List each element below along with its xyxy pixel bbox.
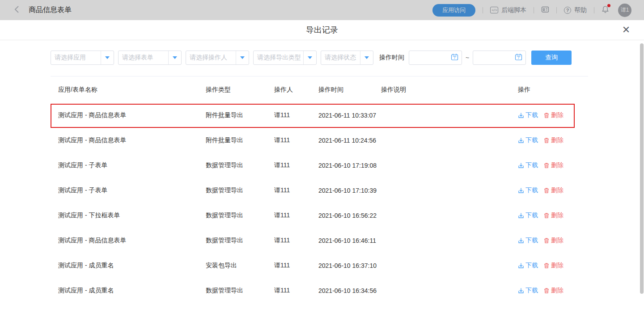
svg-text:7: 7 bbox=[518, 56, 520, 59]
notification-badge bbox=[607, 4, 610, 7]
col-name: 应用/表单名称 bbox=[58, 86, 206, 94]
download-link[interactable]: 下载 bbox=[518, 111, 538, 119]
back-button[interactable] bbox=[12, 5, 21, 15]
delete-link-label: 删除 bbox=[551, 186, 564, 195]
download-icon bbox=[518, 237, 524, 244]
contacts-button[interactable] bbox=[541, 6, 549, 14]
select-app[interactable]: 请选择应用 bbox=[51, 51, 114, 65]
download-link[interactable]: 下载 bbox=[518, 136, 538, 144]
app-access-button[interactable]: 应用访问 bbox=[432, 4, 475, 17]
download-icon bbox=[518, 212, 524, 219]
trash-icon bbox=[543, 262, 550, 269]
download-link-label: 下载 bbox=[525, 186, 538, 195]
date-end-input[interactable]: 7 bbox=[473, 51, 526, 65]
delete-link[interactable]: 删除 bbox=[543, 186, 564, 195]
row-actions: 下载 删除 bbox=[518, 262, 588, 270]
table-row: 测试应用 - 下拉框表单 数据管理导出 谭111 2021-06-10 16:5… bbox=[51, 203, 588, 228]
topbar: 商品信息表单 应用访问 </> 后端脚本 bbox=[0, 0, 644, 20]
close-icon[interactable]: ✕ bbox=[619, 23, 633, 37]
select-form-placeholder: 请选择表单 bbox=[119, 54, 168, 62]
export-records-modal: 导出记录 ✕ 请选择应用 请选择表单 请选择操作人 请选择导出类型 请选择状态 bbox=[0, 20, 644, 313]
cell-name: 测试应用 - 成员重名 bbox=[58, 287, 206, 295]
table-row: 测试应用 - 商品信息表单 数据管理导出 谭111 2021-06-10 16:… bbox=[51, 228, 588, 253]
cell-time: 2021-06-11 10:33:07 bbox=[318, 112, 381, 119]
trash-icon bbox=[543, 137, 550, 144]
delete-link[interactable]: 删除 bbox=[543, 262, 564, 270]
select-operator[interactable]: 请选择操作人 bbox=[186, 51, 249, 65]
download-icon bbox=[518, 137, 524, 144]
divider bbox=[556, 7, 557, 13]
cell-time: 2021-06-10 17:19:08 bbox=[318, 162, 381, 169]
delete-link[interactable]: 删除 bbox=[543, 161, 564, 169]
modal-title: 导出记录 bbox=[306, 25, 338, 35]
cell-time: 2021-06-10 16:34:56 bbox=[318, 287, 381, 294]
download-link[interactable]: 下载 bbox=[518, 237, 538, 245]
backend-script-button[interactable]: </> 后端脚本 bbox=[490, 6, 526, 14]
download-link[interactable]: 下载 bbox=[518, 262, 538, 270]
topbar-actions: 应用访问 </> 后端脚本 bbox=[432, 4, 631, 17]
select-export-type[interactable]: 请选择导出类型 bbox=[253, 51, 317, 65]
avatar[interactable]: 谭1 bbox=[618, 4, 631, 17]
row-actions: 下载 删除 bbox=[518, 237, 588, 245]
chevron-down-icon bbox=[360, 51, 373, 64]
bell-icon bbox=[602, 5, 609, 15]
calendar-icon: 7 bbox=[451, 53, 458, 63]
table-row: 测试应用 - 成员重名 数据管理导出 谭111 2021-06-10 16:34… bbox=[51, 278, 588, 303]
query-button[interactable]: 查询 bbox=[531, 51, 572, 65]
table-row: 测试应用 - 商品信息表单 附件批量导出 谭111 2021-06-11 10:… bbox=[51, 128, 588, 153]
download-link[interactable]: 下载 bbox=[518, 161, 538, 169]
date-start-input[interactable]: 7 bbox=[409, 51, 462, 65]
table-row: 测试应用 - 成员重名 安装包导出 谭111 2021-06-10 16:37:… bbox=[51, 253, 588, 278]
table-body: 测试应用 - 商品信息表单 附件批量导出 谭111 2021-06-11 10:… bbox=[51, 103, 588, 303]
cell-name: 测试应用 - 商品信息表单 bbox=[58, 111, 206, 119]
download-link[interactable]: 下载 bbox=[518, 287, 538, 295]
svg-text:7: 7 bbox=[454, 56, 456, 59]
col-type: 操作类型 bbox=[206, 86, 274, 94]
delete-link-label: 删除 bbox=[551, 211, 564, 220]
download-link-label: 下载 bbox=[525, 136, 538, 144]
time-filter-label: 操作时间 bbox=[379, 54, 404, 62]
export-table: 应用/表单名称 操作类型 操作人 操作时间 操作说明 操作 测试应用 - 商品信… bbox=[51, 76, 588, 303]
cell-type: 附件批量导出 bbox=[206, 136, 274, 144]
vertical-scrollbar[interactable] bbox=[640, 43, 644, 294]
delete-link[interactable]: 删除 bbox=[543, 211, 564, 220]
select-operator-placeholder: 请选择操作人 bbox=[186, 54, 236, 62]
download-link-label: 下载 bbox=[525, 161, 538, 169]
trash-icon bbox=[543, 162, 550, 169]
filter-bar: 请选择应用 请选择表单 请选择操作人 请选择导出类型 请选择状态 操作时间 bbox=[51, 51, 572, 65]
delete-link[interactable]: 删除 bbox=[543, 136, 564, 144]
trash-icon bbox=[543, 187, 550, 194]
help-button[interactable]: ? 帮助 bbox=[564, 6, 587, 14]
download-link[interactable]: 下载 bbox=[518, 186, 538, 195]
row-actions: 下载 删除 bbox=[518, 186, 588, 195]
delete-link[interactable]: 删除 bbox=[543, 111, 564, 119]
cell-time: 2021-06-10 16:46:11 bbox=[318, 237, 381, 244]
table-row: 测试应用 - 子表单 数据管理导出 谭111 2021-06-10 17:19:… bbox=[51, 153, 588, 178]
col-operator: 操作人 bbox=[274, 86, 318, 94]
download-icon bbox=[518, 187, 524, 194]
col-time: 操作时间 bbox=[318, 86, 381, 94]
col-note: 操作说明 bbox=[381, 86, 518, 94]
table-row: 测试应用 - 子表单 数据管理导出 谭111 2021-06-10 17:10:… bbox=[51, 178, 588, 203]
cell-name: 测试应用 - 成员重名 bbox=[58, 262, 206, 270]
download-icon bbox=[518, 262, 524, 269]
cell-type: 数据管理导出 bbox=[206, 237, 274, 245]
backend-script-label: 后端脚本 bbox=[501, 6, 526, 14]
cell-operator: 谭111 bbox=[274, 237, 318, 245]
select-app-placeholder: 请选择应用 bbox=[51, 54, 101, 62]
delete-link[interactable]: 删除 bbox=[543, 287, 564, 295]
select-status[interactable]: 请选择状态 bbox=[321, 51, 373, 65]
select-form[interactable]: 请选择表单 bbox=[118, 51, 182, 65]
download-icon bbox=[518, 112, 524, 118]
divider bbox=[594, 7, 594, 13]
chevron-down-icon bbox=[168, 51, 181, 64]
notifications-button[interactable] bbox=[602, 5, 609, 15]
cell-time: 2021-06-10 17:10:39 bbox=[318, 187, 381, 194]
download-link[interactable]: 下载 bbox=[518, 211, 538, 220]
cell-operator: 谭111 bbox=[274, 111, 318, 119]
divider bbox=[483, 7, 483, 13]
download-link-label: 下载 bbox=[525, 237, 538, 245]
delete-link[interactable]: 删除 bbox=[543, 237, 564, 245]
download-icon bbox=[518, 288, 524, 294]
cell-operator: 谭111 bbox=[274, 262, 318, 270]
